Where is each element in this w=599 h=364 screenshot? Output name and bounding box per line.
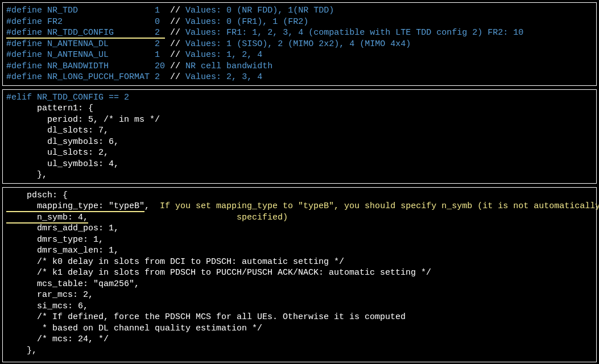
- macro-value: 2: [155, 39, 165, 49]
- define-keyword: #define: [6, 61, 42, 71]
- comment-slash: //: [170, 72, 180, 82]
- if-defined-comment2: * based on DL channel quality estimation…: [6, 323, 593, 334]
- elif-keyword: #elif: [6, 93, 32, 102]
- si-mcs: si_mcs: 6,: [6, 301, 593, 312]
- define-line-1: #define FR2 0 // Values: 0 (FR1), 1 (FR2…: [6, 16, 593, 28]
- define-line-4: #define N_ANTENNA_UL 1 // Values: 1, 2, …: [6, 49, 593, 61]
- block2-close: },: [6, 169, 593, 181]
- comment-text: NR cell bandwidth: [180, 61, 272, 71]
- pdsch-block: pdsch: { mapping_type: "typeB", If you s…: [2, 187, 597, 363]
- define-block: #define NR_TDD 1 // Values: 0 (NR FDD), …: [2, 2, 597, 86]
- macro-name: NR_LONG_PUCCH_FORMAT: [47, 72, 155, 82]
- define-keyword: #define: [6, 72, 42, 82]
- define-keyword: #define: [6, 17, 42, 27]
- pdsch-open: pdsch: {: [6, 190, 593, 201]
- comma2: ,: [134, 279, 139, 289]
- macro-value: 2: [155, 28, 165, 38]
- define-keyword: #define: [6, 6, 42, 15]
- macro-value: 1: [155, 50, 165, 60]
- comment-slash: //: [170, 50, 180, 60]
- mcs-comment: /* mcs: 24, */: [6, 334, 593, 345]
- define-line-6: #define NR_LONG_PUCCH_FORMAT 2 // Values…: [6, 72, 593, 83]
- rar-mcs: rar_mcs: 2,: [6, 289, 593, 301]
- define-line-0: #define NR_TDD 1 // Values: 0 (NR FDD), …: [6, 5, 593, 16]
- comment-slash: //: [170, 39, 180, 49]
- k1-comment: /* k1 delay in slots from PDSCH to PUCCH…: [6, 267, 593, 279]
- define-keyword: #define: [6, 28, 42, 38]
- macro-name: NR_BANDWIDTH: [47, 61, 155, 71]
- comment-slash: //: [170, 6, 180, 15]
- comment-slash: //: [170, 61, 180, 71]
- annotation-line2: specified): [88, 213, 288, 222]
- ul-slots-line: ul_slots: 2,: [6, 147, 593, 159]
- macro-value: 0: [155, 17, 165, 27]
- macro-value: 20: [155, 61, 165, 71]
- mcs-table-label: mcs_table:: [6, 279, 93, 289]
- define-line-5: #define NR_BANDWIDTH 20 // NR cell bandw…: [6, 61, 593, 72]
- mapping-type-value: "typeB": [109, 201, 144, 212]
- mcs-table-value: "qam256": [93, 279, 134, 289]
- elif-block: #elif NR_TDD_CONFIG == 2 pattern1: { per…: [2, 89, 597, 184]
- comment-text: Values: 1 (SISO), 2 (MIMO 2x2), 4 (MIMO …: [180, 39, 411, 49]
- ul-symbols-line: ul_symbols: 4,: [6, 159, 593, 170]
- comma1: ,: [144, 201, 160, 211]
- comment-text: Values: 0 (FR1), 1 (FR2): [180, 17, 308, 27]
- dl-symbols-line: dl_symbols: 6,: [6, 136, 593, 148]
- dmrs-add-pos: dmrs_add_pos: 1,: [6, 223, 593, 234]
- dl-slots-line: dl_slots: 7,: [6, 125, 593, 136]
- dmrs-type: dmrs_type: 1,: [6, 234, 593, 246]
- annotation-line1: If you set mapping_type to "typeB", you …: [160, 201, 599, 211]
- macro-name: FR2: [47, 17, 155, 27]
- comment-text: Values: 0 (NR FDD), 1(NR TDD): [180, 6, 334, 15]
- period-comment: /* in ms */: [98, 115, 160, 125]
- macro-value: 2: [155, 72, 165, 82]
- elif-condition: NR_TDD_CONFIG == 2: [37, 93, 129, 102]
- comment-slash: //: [170, 28, 180, 38]
- macro-value: 1: [155, 6, 165, 15]
- period-line: period: 5,: [6, 115, 98, 125]
- if-defined-comment1: /* If defined, force the PDSCH MCS for a…: [6, 312, 593, 323]
- comment-text: Values: 2, 3, 4: [180, 72, 262, 82]
- comment-text: Values: FR1: 1, 2, 3, 4 (compatible with…: [180, 28, 523, 38]
- comment-text: Values: 1, 2, 4: [180, 50, 262, 60]
- comment-slash: //: [170, 17, 180, 27]
- block3-close: },: [6, 345, 593, 357]
- macro-name: N_ANTENNA_DL: [47, 39, 155, 49]
- k0-comment: /* k0 delay in slots from DCI to PDSCH: …: [6, 257, 593, 268]
- macro-name: NR_TDD: [47, 6, 155, 15]
- define-keyword: #define: [6, 39, 42, 49]
- dmrs-max-len: dmrs_max_len: 1,: [6, 245, 593, 257]
- define-keyword: #define: [6, 50, 42, 60]
- mapping-type-label: mapping_type:: [6, 201, 109, 212]
- macro-name: NR_TDD_CONFIG: [47, 28, 155, 38]
- define-line-2: #define NR_TDD_CONFIG 2 // Values: FR1: …: [6, 27, 593, 39]
- n-symb-line: n_symb: 4,: [6, 213, 88, 224]
- macro-name: N_ANTENNA_UL: [47, 50, 155, 60]
- define-line-3: #define N_ANTENNA_DL 2 // Values: 1 (SIS…: [6, 39, 593, 50]
- pattern1-line: pattern1: {: [6, 103, 593, 114]
